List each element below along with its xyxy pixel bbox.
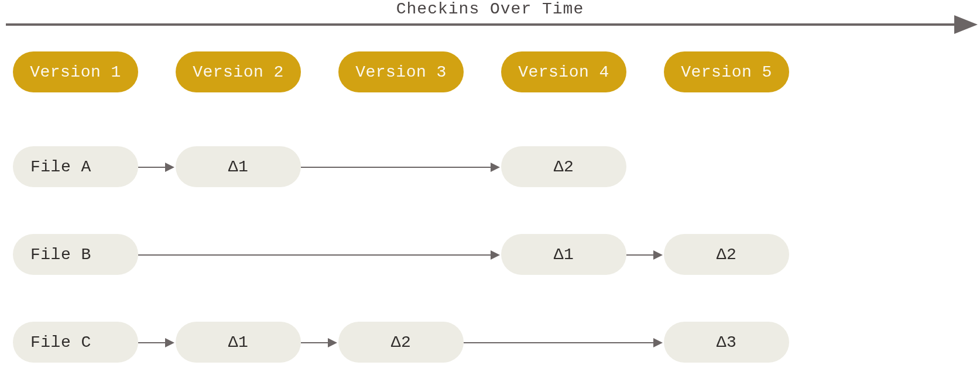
timeline-arrowhead-icon (954, 15, 978, 34)
timeline-axis-line (6, 23, 960, 26)
delta-pill: Δ2 (664, 234, 789, 275)
delta-pill: Δ2 (338, 322, 464, 363)
delta-pill: Δ1 (176, 322, 301, 363)
connector-arrow (626, 254, 662, 256)
connector-arrow (464, 342, 662, 343)
delta-pill: Δ3 (664, 322, 789, 363)
connector-arrow (138, 254, 499, 256)
file-pill: File B (13, 234, 138, 275)
version-pill-5: Version 5 (664, 51, 789, 92)
version-pill-1: Version 1 (13, 51, 138, 92)
version-pill-2: Version 2 (176, 51, 301, 92)
connector-arrow (301, 342, 336, 343)
connector-arrow (138, 342, 173, 343)
connector-arrow (138, 167, 173, 168)
svg-marker-0 (954, 15, 978, 34)
file-pill: File C (13, 322, 138, 363)
diagram-stage: Checkins Over Time Version 1Version 2Ver… (0, 0, 980, 379)
delta-pill: Δ1 (501, 234, 626, 275)
version-pill-4: Version 4 (501, 51, 626, 92)
connector-arrow (301, 167, 499, 168)
delta-pill: Δ1 (176, 146, 301, 187)
timeline-title: Checkins Over Time (0, 0, 980, 18)
file-pill: File A (13, 146, 138, 187)
delta-pill: Δ2 (501, 146, 626, 187)
version-pill-3: Version 3 (338, 51, 464, 92)
